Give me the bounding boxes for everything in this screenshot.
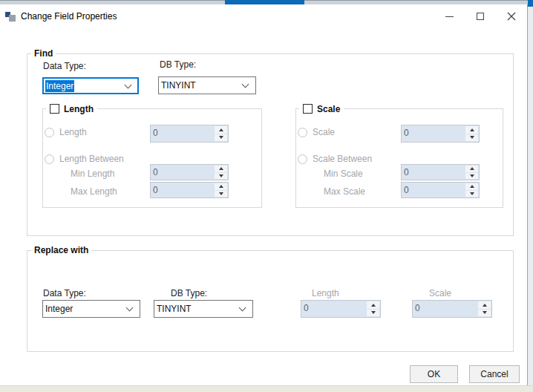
spin-down-icon xyxy=(465,191,478,197)
background-right-accent xyxy=(528,0,533,7)
chevron-down-icon xyxy=(126,304,134,312)
min-length-label: Min Length xyxy=(71,169,114,179)
replace-data-type-label: Data Type: xyxy=(43,288,86,298)
spin-down-icon xyxy=(465,134,478,142)
spin-up-icon xyxy=(478,301,491,309)
length-between-radio: Length Between xyxy=(45,154,124,164)
scale-checkbox-label: Scale xyxy=(317,104,340,114)
replace-scale-spinner-value: 0 xyxy=(413,301,477,317)
scale-radio-label: Scale xyxy=(313,127,335,137)
spin-up-icon xyxy=(215,183,227,190)
find-db-type-select[interactable]: TINYINT xyxy=(158,76,256,94)
checkbox-icon xyxy=(50,104,59,114)
max-scale-spinner: 0 xyxy=(401,182,480,198)
length-spinner-value: 0 xyxy=(151,125,214,142)
replace-data-type-value: Integer xyxy=(45,304,73,314)
spin-down-icon xyxy=(215,134,227,142)
screen: Change Field Properties Find D xyxy=(0,0,533,392)
ok-button[interactable]: OK xyxy=(410,365,458,383)
checkbox-icon xyxy=(303,104,313,114)
replace-db-type-select[interactable]: TINYINT xyxy=(154,300,253,318)
scale-between-radio-label: Scale Between xyxy=(313,154,372,164)
minimize-button[interactable] xyxy=(434,6,465,27)
spin-buttons xyxy=(465,126,478,141)
title-bar: Change Field Properties xyxy=(0,4,527,28)
chevron-down-icon xyxy=(125,82,132,89)
maximize-icon xyxy=(477,13,484,20)
window-title: Change Field Properties xyxy=(21,11,117,22)
min-scale-spinner-value: 0 xyxy=(402,165,465,180)
find-db-type-label: DB Type: xyxy=(160,59,196,70)
spin-buttons xyxy=(465,166,478,179)
spin-buttons xyxy=(215,183,227,197)
spin-buttons xyxy=(215,166,227,179)
spin-buttons xyxy=(215,126,227,141)
radio-icon xyxy=(298,128,307,137)
spin-up-icon xyxy=(215,166,227,172)
replace-db-type-value: TINYINT xyxy=(157,304,192,314)
max-length-label: Max Length xyxy=(71,186,117,197)
max-scale-spinner-value: 0 xyxy=(402,183,465,197)
scale-spinner: 0 xyxy=(401,125,480,143)
max-length-spinner: 0 xyxy=(150,182,229,198)
length-radio-label: Length xyxy=(59,127,87,137)
spin-down-icon xyxy=(215,173,227,180)
max-length-spinner-value: 0 xyxy=(151,183,214,197)
length-radio: Length xyxy=(45,127,87,137)
dialog-window: Change Field Properties Find D xyxy=(0,4,528,385)
caption-buttons xyxy=(434,6,527,27)
find-data-type-value: Integer xyxy=(45,80,74,92)
close-icon xyxy=(507,12,516,21)
scale-spinner-value: 0 xyxy=(402,125,465,142)
chevron-down-icon xyxy=(242,81,249,88)
spin-down-icon xyxy=(478,310,491,317)
scale-radio: Scale xyxy=(298,127,335,137)
spin-up-icon xyxy=(367,301,379,309)
min-scale-spinner: 0 xyxy=(401,164,480,180)
app-icon-square-gray xyxy=(9,15,16,22)
replace-length-label: Length xyxy=(312,288,339,298)
spin-buttons xyxy=(367,301,379,316)
spin-down-icon xyxy=(465,173,478,180)
replace-scale-spinner: 0 xyxy=(412,300,492,318)
replace-scale-label: Scale xyxy=(429,288,451,298)
close-button[interactable] xyxy=(496,6,527,27)
scale-between-radio: Scale Between xyxy=(298,154,372,164)
spin-buttons xyxy=(465,183,478,197)
max-scale-label: Max Scale xyxy=(324,186,365,197)
spin-down-icon xyxy=(215,191,227,197)
spin-up-icon xyxy=(215,126,227,134)
length-between-radio-label: Length Between xyxy=(59,154,124,164)
radio-icon xyxy=(45,128,54,137)
spin-up-icon xyxy=(465,183,478,190)
spin-down-icon xyxy=(367,310,379,317)
replace-db-type-label: DB Type: xyxy=(171,288,207,298)
cancel-button[interactable]: Cancel xyxy=(469,365,520,383)
radio-icon xyxy=(298,154,307,164)
radio-icon xyxy=(45,154,54,164)
replace-group-label: Replace with xyxy=(31,245,91,255)
spin-up-icon xyxy=(465,166,478,172)
length-checkbox-label: Length xyxy=(64,104,94,114)
min-scale-label: Min Scale xyxy=(324,169,363,179)
background-bottom-strip xyxy=(0,385,533,392)
replace-data-type-select[interactable]: Integer xyxy=(42,300,140,318)
replace-length-spinner-value: 0 xyxy=(301,301,366,317)
spin-up-icon xyxy=(465,126,478,134)
app-icon xyxy=(5,10,17,22)
scale-checkbox[interactable]: Scale xyxy=(299,103,344,114)
find-data-type-select[interactable]: Integer xyxy=(42,77,139,94)
minimize-icon xyxy=(445,16,454,17)
spin-buttons xyxy=(478,301,491,316)
min-length-spinner: 0 xyxy=(150,164,229,180)
chevron-down-icon xyxy=(239,304,246,312)
length-spinner: 0 xyxy=(150,125,229,143)
find-group-label: Find xyxy=(31,48,56,59)
length-checkbox[interactable]: Length xyxy=(46,103,97,114)
min-length-spinner-value: 0 xyxy=(151,165,214,180)
maximize-button[interactable] xyxy=(465,6,496,27)
find-data-type-label: Data Type: xyxy=(43,61,86,71)
replace-length-spinner: 0 xyxy=(301,300,381,318)
background-right-strip xyxy=(528,0,533,385)
find-db-type-value: TINYINT xyxy=(161,80,196,91)
